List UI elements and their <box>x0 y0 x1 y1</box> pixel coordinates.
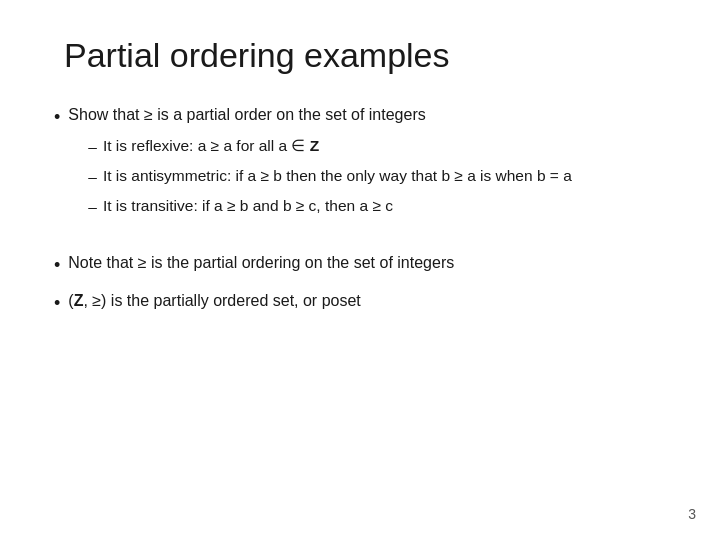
sub-dash-1: – <box>88 135 97 158</box>
sub-dash-3: – <box>88 195 97 218</box>
bullet-1: • Show that ≥ is a partial order on the … <box>54 103 666 219</box>
bullet-3: • (Z, ≥) is the partially ordered set, o… <box>54 289 666 318</box>
bullet-dot-3: • <box>54 290 60 318</box>
bullet-2-text: Note that ≥ is the partial ordering on t… <box>68 251 666 276</box>
page-number: 3 <box>688 506 696 522</box>
sub-text-1: It is reflexive: a ≥ a for all a ∈ Z <box>103 134 666 157</box>
bullet-1-main: Show that ≥ is a partial order on the se… <box>68 106 425 123</box>
sub-item-3: – It is transitive: if a ≥ b and b ≥ c, … <box>88 194 666 218</box>
sub-item-2: – It is antisymmetric: if a ≥ b then the… <box>88 164 666 188</box>
content-area: • Show that ≥ is a partial order on the … <box>54 103 666 504</box>
bullet-3-text: (Z, ≥) is the partially ordered set, or … <box>68 289 666 314</box>
sub-text-3: It is transitive: if a ≥ b and b ≥ c, th… <box>103 194 666 217</box>
sub-item-1: – It is reflexive: a ≥ a for all a ∈ Z <box>88 134 666 158</box>
slide: Partial ordering examples • Show that ≥ … <box>0 0 720 540</box>
bullet-1-text: Show that ≥ is a partial order on the se… <box>68 103 666 219</box>
bottom-bullets: • Note that ≥ is the partial ordering on… <box>54 251 666 319</box>
sub-text-2: It is antisymmetric: if a ≥ b then the o… <box>103 164 666 187</box>
sub-dash-2: – <box>88 165 97 188</box>
bullet-dot-1: • <box>54 104 60 132</box>
bullet-2: • Note that ≥ is the partial ordering on… <box>54 251 666 280</box>
bullet-dot-2: • <box>54 252 60 280</box>
slide-title: Partial ordering examples <box>54 36 666 75</box>
sub-bullets-1: – It is reflexive: a ≥ a for all a ∈ Z –… <box>68 134 666 219</box>
